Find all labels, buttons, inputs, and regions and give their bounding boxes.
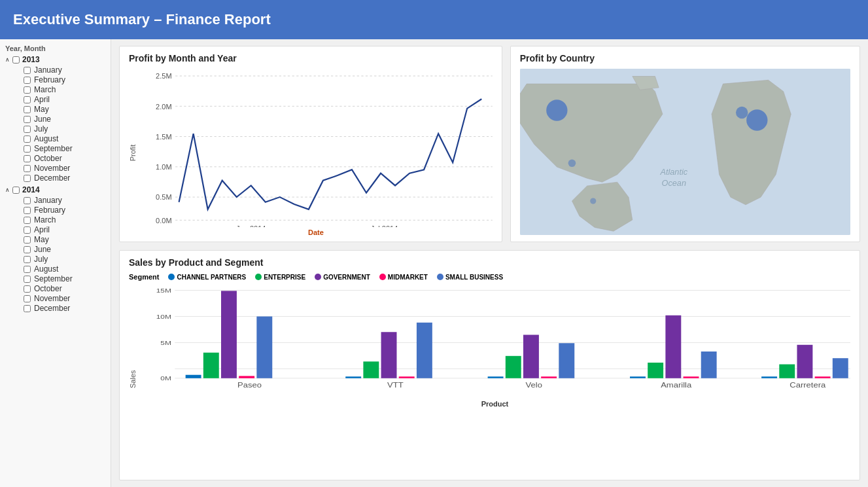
month-checkbox-mar-2014[interactable]: [24, 217, 31, 224]
legend-government: GOVERNMENT: [315, 274, 370, 281]
svg-rect-45: [506, 356, 521, 378]
bar-chart-inner: 15M 10M 5M 0M: [139, 285, 850, 473]
month-checkbox-dec-2013[interactable]: [24, 175, 31, 182]
svg-text:Jul 2014: Jul 2014: [371, 225, 398, 227]
month-checkbox-jun-2014[interactable]: [24, 246, 31, 253]
year-checkbox-2014[interactable]: [12, 187, 20, 194]
month-item: July: [24, 255, 105, 264]
svg-rect-53: [684, 376, 699, 378]
month-checkbox-nov-2013[interactable]: [24, 165, 31, 172]
month-checkbox-oct-2014[interactable]: [24, 285, 31, 293]
profit-country-title: Profit by Country: [520, 53, 850, 63]
month-checkbox-nov-2014[interactable]: [24, 295, 31, 302]
sales-segment-title: Sales by Product and Segment: [129, 257, 850, 268]
month-label-apr-2013: April: [34, 95, 50, 104]
legend-midmarket: MIDMARKET: [379, 274, 428, 281]
svg-text:0.0M: 0.0M: [156, 217, 171, 225]
segment-label: Segment: [129, 273, 159, 281]
month-checkbox-jun-2013[interactable]: [24, 116, 31, 123]
legend-enterprise: ENTERPRISE: [255, 274, 305, 281]
month-item: May: [24, 105, 105, 114]
month-checkbox-jan-2013[interactable]: [24, 67, 31, 74]
svg-rect-41: [399, 376, 415, 378]
main-content: Year, Month ∧ 2013 January February Marc…: [0, 39, 868, 487]
month-label-mar-2013: March: [34, 85, 56, 94]
svg-rect-56: [761, 376, 777, 378]
svg-rect-36: [256, 316, 272, 378]
year-label-2014: 2014: [22, 185, 40, 194]
month-checkbox-feb-2013[interactable]: [24, 77, 31, 84]
month-item: November: [24, 164, 105, 173]
svg-text:10M: 10M: [156, 313, 171, 319]
svg-rect-46: [523, 335, 539, 378]
legend-dot-small-business: [437, 274, 443, 280]
svg-text:Jan 2014: Jan 2014: [236, 225, 266, 227]
month-label-may-2013: May: [34, 105, 49, 114]
month-item: June: [24, 245, 105, 254]
month-item: July: [24, 124, 105, 134]
month-list-2014: January February March April May June Ju…: [24, 196, 105, 313]
month-checkbox-may-2013[interactable]: [24, 106, 31, 113]
svg-rect-42: [417, 323, 432, 378]
month-label-dec-2013: December: [34, 173, 70, 183]
month-item: April: [24, 95, 105, 104]
month-checkbox-jul-2014[interactable]: [24, 256, 31, 263]
month-item: February: [24, 75, 105, 84]
month-checkbox-dec-2014[interactable]: [24, 305, 31, 312]
month-label-jun-2013: June: [34, 115, 51, 124]
svg-text:Paseo: Paseo: [237, 382, 262, 389]
year-checkbox-2013[interactable]: [12, 56, 20, 63]
year-group-2013: ∧ 2013 January February March April May …: [5, 55, 105, 183]
month-label-jul-2014: July: [34, 255, 48, 264]
month-checkbox-jul-2013[interactable]: [24, 126, 31, 133]
month-item: May: [24, 235, 105, 244]
legend-dot-channel: [168, 274, 175, 280]
svg-rect-48: [559, 343, 574, 378]
month-checkbox-mar-2013[interactable]: [24, 86, 31, 94]
year-header-2014[interactable]: ∧ 2014: [5, 185, 105, 194]
svg-point-19: [736, 107, 748, 118]
collapse-arrow-2013: ∧: [5, 56, 10, 63]
month-item: December: [24, 173, 105, 183]
month-checkbox-aug-2013[interactable]: [24, 135, 31, 143]
line-chart-container: Profit 2.5M 2.0M: [129, 69, 493, 236]
svg-text:VTT: VTT: [387, 382, 404, 389]
month-checkbox-jan-2014[interactable]: [24, 197, 31, 204]
svg-rect-40: [381, 332, 397, 378]
month-checkbox-feb-2014[interactable]: [24, 207, 31, 214]
sales-segment-chart-card: Sales by Product and Segment Segment CHA…: [119, 250, 860, 480]
svg-text:Carretera: Carretera: [790, 382, 826, 389]
bar-chart-svg: 15M 10M 5M 0M: [139, 285, 850, 396]
month-checkbox-oct-2013[interactable]: [24, 155, 31, 162]
month-label-sep-2014: September: [34, 274, 73, 283]
month-label-nov-2013: November: [34, 164, 70, 173]
svg-point-21: [590, 198, 596, 204]
svg-rect-35: [239, 376, 254, 378]
svg-point-18: [746, 109, 767, 130]
month-label-mar-2014: March: [34, 215, 56, 225]
svg-rect-50: [630, 376, 646, 378]
legend-dot-midmarket: [379, 274, 386, 280]
month-checkbox-aug-2014[interactable]: [24, 266, 31, 273]
legend-dot-enterprise: [255, 274, 262, 280]
month-checkbox-apr-2013[interactable]: [24, 96, 31, 103]
svg-text:Amarilla: Amarilla: [661, 382, 692, 389]
month-checkbox-sep-2014[interactable]: [24, 276, 31, 283]
month-item: March: [24, 85, 105, 94]
month-label-sep-2013: September: [34, 144, 73, 153]
month-checkbox-may-2014[interactable]: [24, 236, 31, 244]
svg-text:0M: 0M: [160, 374, 171, 381]
month-item: June: [24, 115, 105, 124]
year-group-2014: ∧ 2014 January February March April May …: [5, 185, 105, 313]
svg-rect-58: [797, 345, 812, 378]
month-checkbox-sep-2013[interactable]: [24, 145, 31, 153]
month-checkbox-apr-2014[interactable]: [24, 226, 31, 234]
month-label-may-2014: May: [34, 235, 49, 244]
line-chart-inner: 2.5M 2.0M 1.5M 1.0M 0.5M 0.0M Jan 2014 J…: [139, 69, 493, 236]
year-header-2013[interactable]: ∧ 2013: [5, 55, 105, 64]
bar-chart-container: Sales 15M 10M 5M 0M: [129, 285, 850, 473]
legend-label-government: GOVERNMENT: [323, 274, 370, 281]
collapse-arrow-2014: ∧: [5, 187, 10, 193]
month-label-jul-2013: July: [34, 124, 48, 134]
svg-rect-59: [815, 376, 831, 378]
